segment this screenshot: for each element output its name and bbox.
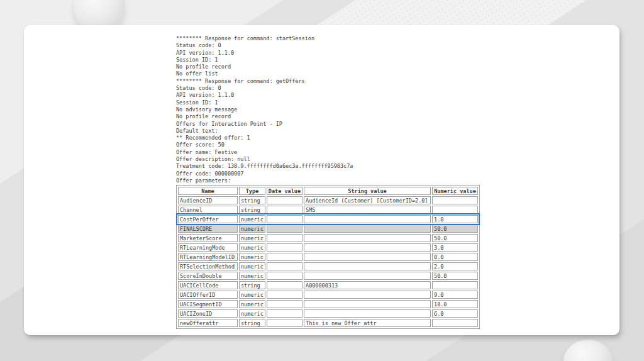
cell-numeric: 50.0 [432, 225, 478, 233]
cell-name: UACISegmentID [178, 300, 238, 308]
offer-table-header-row: NameTypeDate valueString valueNumeric va… [178, 187, 478, 195]
column-header: Type [239, 187, 265, 195]
cell-name: Channel [178, 206, 238, 214]
table-row: AudienceIDstring AudienceId (Customer) [… [178, 196, 478, 204]
cell-date [267, 206, 303, 214]
cell-date [267, 215, 303, 223]
cell-date [267, 253, 303, 261]
cell-name: FINALSCORE [178, 225, 238, 233]
cell-date [267, 281, 303, 289]
cell-type: numeric [239, 272, 265, 280]
cell-type: numeric [239, 262, 265, 270]
console-line: Session ID: 1 [176, 99, 480, 106]
cell-string [304, 300, 431, 308]
console-line: Status code: 0 [176, 85, 480, 92]
console-line: No profile record [176, 113, 480, 120]
console-line: Offers for Interaction Point - IP [176, 121, 480, 128]
console-line: Offer name: Festive [176, 149, 480, 156]
cell-name: UACIZoneID [178, 309, 238, 318]
table-row: RTSelectionMethodnumeric 2.0 [178, 262, 478, 270]
cell-type: numeric [239, 309, 265, 318]
cell-date [267, 262, 303, 270]
cell-type: numeric [239, 253, 265, 261]
table-row: ScoreInDoublenumeric 50.0 [178, 272, 478, 280]
column-header: Numeric value [432, 187, 478, 195]
console-line: Treatment code: 138.9.ffffffffd0a6ec3a.f… [176, 163, 480, 170]
cell-date [267, 300, 303, 308]
cell-type: numeric [239, 225, 265, 233]
cell-numeric [432, 196, 478, 204]
cell-type: string [239, 281, 265, 289]
cell-numeric: 2.0 [432, 262, 478, 270]
cell-name: AudienceID [178, 196, 238, 204]
cell-string [304, 272, 431, 280]
cell-numeric: 0.0 [432, 253, 478, 261]
console-line: No advisory message [176, 106, 480, 113]
console-line: Offer parameters: [176, 177, 480, 184]
console-line: ******** Response for command: startSess… [176, 35, 480, 42]
cell-date [267, 234, 303, 242]
console-line: Offer description: null [176, 156, 480, 163]
console-output: ******** Response for command: startSess… [176, 35, 480, 184]
cell-date [267, 291, 303, 299]
table-row: UACISegmentIDnumeric 18.0 [178, 300, 478, 308]
table-row: newOfferattrstring This is new Offer att… [178, 319, 478, 327]
cell-string [304, 234, 431, 242]
cell-string [304, 253, 431, 261]
cell-date [267, 272, 303, 280]
cell-numeric: 50.0 [432, 234, 478, 242]
cell-string [304, 262, 431, 270]
console-line: ** Recommended offer: 1 [176, 135, 480, 142]
cell-type: string [239, 319, 265, 327]
cell-type: string [239, 206, 265, 214]
cell-string [304, 215, 431, 223]
cell-string: A000000313 [304, 281, 431, 289]
cell-numeric: 9.0 [432, 291, 478, 299]
cell-string [304, 309, 431, 318]
table-row: UACICellCodestring A000000313 [178, 281, 478, 289]
console-line: No profile record [176, 64, 480, 70]
cell-numeric [432, 319, 478, 327]
column-header: String value [304, 187, 431, 195]
cell-string: AudienceId (Customer) [CustomerID=2.0] [304, 196, 431, 204]
cell-numeric [432, 281, 478, 289]
cell-name: RTLearningMode [178, 243, 238, 252]
cell-name: RTLearningModelID [178, 253, 238, 261]
cell-date [267, 319, 303, 327]
cell-name: UACICellCode [178, 281, 238, 289]
cell-date [267, 243, 303, 252]
cell-name: UACIOfferID [178, 291, 238, 299]
console-line: Session ID: 1 [176, 57, 480, 64]
table-row: CostPerOffernumeric 1.0 [178, 215, 478, 223]
cell-name: newOfferattr [178, 319, 238, 327]
cell-type: numeric [239, 300, 265, 308]
console-line: API version: 1.1.0 [176, 92, 480, 99]
table-row: RTLearningModelIDnumeric 0.0 [178, 253, 478, 261]
console-line: Offer score: 50 [176, 142, 480, 148]
column-header: Name [178, 187, 238, 195]
cell-type: numeric [239, 215, 265, 223]
table-row: UACIOfferIDnumeric 9.0 [178, 291, 478, 299]
console-line: API version: 1.1.0 [176, 50, 480, 57]
cell-type: numeric [239, 291, 265, 299]
cell-numeric: 1.0 [432, 215, 478, 223]
cell-date [267, 196, 303, 204]
cell-type: numeric [239, 243, 265, 252]
table-row: FINALSCOREnumeric 50.0 [178, 225, 478, 233]
cell-string [304, 291, 431, 299]
cell-numeric: 6.0 [432, 309, 478, 318]
cell-name: ScoreInDouble [178, 272, 238, 280]
table-row: UACIZoneIDnumeric 6.0 [178, 309, 478, 318]
cell-name: CostPerOffer [178, 215, 238, 223]
table-row: Channelstring SMS [178, 206, 478, 214]
console-line: Default text: [176, 128, 480, 135]
cell-name: MarketerScore [178, 234, 238, 242]
cell-numeric [432, 206, 478, 214]
console-line: Status code: 0 [176, 42, 480, 49]
cell-string [304, 225, 431, 233]
cell-type: numeric [239, 234, 265, 242]
cell-numeric: 3.0 [432, 243, 478, 252]
table-row: RTLearningModenumeric 3.0 [178, 243, 478, 252]
desktop-background: ******** Response for command: startSess… [0, 0, 644, 361]
sphere-decor-bottom [564, 340, 613, 361]
